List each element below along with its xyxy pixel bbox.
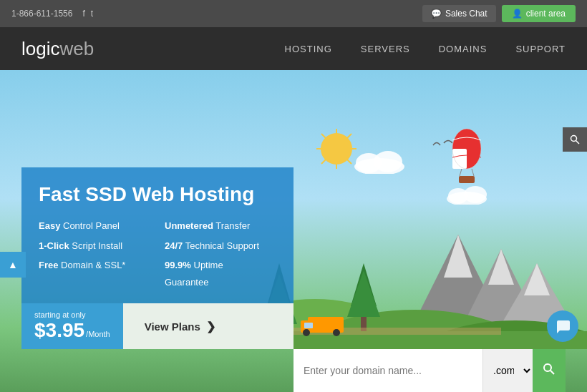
feature-4: 24/7 Technical Support: [165, 237, 276, 254]
feature-2: Unmetered Transfer: [165, 217, 276, 234]
landscape-scene: [243, 192, 587, 349]
nav-links: HOSTING SERVERS DOMAINS SUPPORT: [285, 44, 566, 54]
hero-section: Fast SSD Web Hosting Easy Control Panel …: [0, 70, 587, 392]
user-icon: 👤: [512, 9, 523, 19]
starting-text: starting at only: [34, 310, 110, 319]
logo-logic: logic: [21, 38, 59, 60]
svg-line-20: [472, 169, 474, 176]
client-area-button[interactable]: 👤 client area: [502, 5, 576, 22]
svg-line-46: [550, 371, 554, 374]
scroll-up-button[interactable]: ▲: [0, 252, 26, 278]
feature-3-bold: 1-Click: [39, 240, 69, 251]
search-icon: [570, 134, 580, 144]
facebook-icon[interactable]: f: [82, 9, 84, 19]
scroll-up-icon: ▲: [8, 259, 18, 270]
feature-1: Easy Control Panel: [39, 217, 150, 234]
social-icons: f t: [82, 9, 93, 19]
chat-bubble-icon: [555, 318, 571, 334]
svg-line-8: [347, 134, 351, 138]
feature-4-text: Technical Support: [185, 240, 259, 251]
search-icon: [543, 363, 556, 376]
svg-rect-43: [304, 323, 313, 328]
topbar: 1-866-611-1556 f t 💬 Sales Chat 👤 client…: [0, 0, 587, 27]
feature-4-bold: 24/7: [165, 240, 183, 251]
feature-5: Free Domain & SSL*: [39, 257, 150, 290]
feature-2-bold: Unmetered: [165, 220, 213, 231]
svg-point-12: [374, 151, 402, 172]
domain-tld-select[interactable]: .com .net .org: [482, 349, 533, 392]
hero-info-box: Fast SSD Web Hosting Easy Control Panel …: [21, 167, 294, 349]
svg-rect-21: [459, 176, 475, 183]
sales-chat-button[interactable]: 💬 Sales Chat: [422, 5, 496, 22]
svg-line-19: [460, 169, 462, 176]
navbar: logicweb HOSTING SERVERS DOMAINS SUPPORT: [0, 27, 587, 70]
feature-3-text: Script Install: [72, 240, 122, 251]
bottom-bar: starting at only $3.95 /Month View Plans…: [21, 303, 294, 349]
domain-search-button[interactable]: [533, 349, 566, 392]
nav-support[interactable]: SUPPORT: [515, 44, 566, 54]
feature-5-bold: Free: [39, 260, 58, 270]
feature-1-text: Control Panel: [63, 220, 120, 231]
client-area-label: client area: [526, 9, 566, 19]
arrow-icon: ❯: [206, 320, 215, 333]
view-plans-button[interactable]: View Plans ❯: [123, 303, 294, 349]
logo: logicweb: [21, 38, 94, 60]
search-side-button[interactable]: [563, 127, 587, 152]
chat-icon: 💬: [431, 9, 442, 19]
nav-hosting[interactable]: HOSTING: [285, 44, 332, 54]
svg-point-42: [333, 329, 340, 336]
svg-marker-35: [347, 270, 380, 317]
svg-marker-26: [488, 249, 514, 285]
svg-point-0: [571, 136, 577, 142]
feature-2-text: Transfer: [215, 220, 250, 231]
svg-line-6: [321, 134, 326, 138]
logo-web: web: [59, 38, 94, 60]
price-suffix: /Month: [86, 330, 110, 338]
svg-point-45: [544, 364, 551, 371]
nav-servers[interactable]: SERVERS: [361, 44, 410, 54]
twitter-icon[interactable]: t: [91, 9, 93, 19]
svg-rect-17: [452, 149, 467, 169]
feature-6-bold: 99.9%: [165, 260, 191, 270]
domain-search-bar: .com .net .org: [294, 349, 566, 392]
pricing-area: starting at only $3.95 /Month: [21, 303, 123, 349]
svg-point-41: [303, 329, 310, 336]
chat-bubble-button[interactable]: [547, 310, 578, 342]
sales-chat-label: Sales Chat: [445, 9, 487, 19]
feature-6: 99.9% UptimeGuarantee: [165, 257, 276, 290]
balloon-decoration: [449, 127, 483, 187]
feature-5-text: Domain & SSL*: [61, 260, 125, 270]
phone-number: 1-866-611-1556: [11, 9, 72, 19]
nav-domains[interactable]: DOMAINS: [439, 44, 487, 54]
hero-title: Fast SSD Web Hosting: [39, 183, 276, 206]
topbar-right: 💬 Sales Chat 👤 client area: [422, 5, 576, 22]
features-grid: Easy Control Panel Unmetered Transfer 1-…: [39, 217, 276, 290]
view-plans-label: View Plans: [145, 320, 200, 333]
svg-line-9: [321, 160, 326, 164]
price-main: $3.95: [34, 319, 84, 342]
domain-input[interactable]: [294, 349, 482, 392]
cloud-1: [351, 149, 408, 177]
svg-line-1: [576, 141, 580, 144]
info-box: Fast SSD Web Hosting Easy Control Panel …: [21, 167, 294, 303]
topbar-left: 1-866-611-1556 f t: [11, 9, 93, 19]
feature-1-bold: Easy: [39, 220, 60, 231]
feature-3: 1-Click Script Install: [39, 237, 150, 254]
